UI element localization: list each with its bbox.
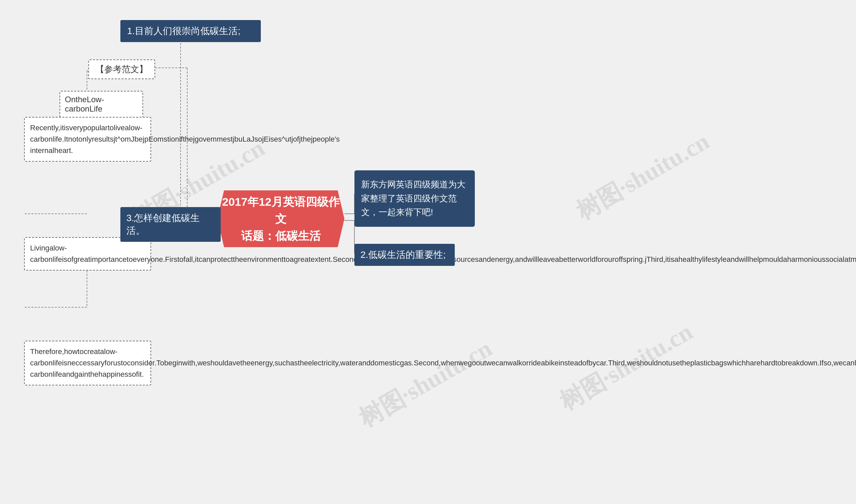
paragraph-2-box: Livingalow-carbonlifeisofgreatimportance… [24,237,151,271]
paragraph-3-box: Therefore,howtocreatalow-carbonlifeisnec… [24,341,151,385]
top-node-1: 1.目前人们很崇尚低碳生活; [120,20,261,42]
central-subtitle: 话题：低碳生活 [217,228,344,245]
right-node-2: 2.低碳生活的重要性; [355,244,455,266]
node-3: 3.怎样创建低碳生活。 [120,207,221,242]
paragraph-3-text: Therefore,howtocreatalow-carbonlifeisnec… [30,347,856,378]
right-node-2-label: 2.低碳生活的重要性; [360,250,446,260]
right-info-text: 新东方网英语四级频道为大家整理了英语四级作文范文，一起来背下吧! [361,179,465,217]
ref-label: 【参考范文】 [96,64,148,74]
low-carbon-title-node: OntheLow-carbonLife [59,91,143,118]
watermark-2: 树图·shuitu.cn [353,332,498,434]
central-node: 2017年12月英语四级作文 话题：低碳生活 [217,191,344,247]
canvas: 2017年12月英语四级作文 话题：低碳生活 1.目前人们很崇尚低碳生活; 【参… [0,0,856,504]
central-title: 2017年12月英语四级作文 [217,193,344,228]
watermark-3: 树图·shuitu.cn [570,125,715,227]
ref-node: 【参考范文】 [88,59,155,79]
top-node-1-label: 1.目前人们很崇尚低碳生活; [127,26,240,36]
right-info-box: 新东方网英语四级频道为大家整理了英语四级作文范文，一起来背下吧! [355,170,475,227]
paragraph-1-box: Recently,itisverypopulartolivealow-carbo… [24,117,151,162]
paragraph-1-text: Recently,itisverypopulartolivealow-carbo… [30,124,340,155]
low-carbon-title-label: OntheLow-carbonLife [65,95,104,113]
node-3-label: 3.怎样创建低碳生活。 [126,213,200,236]
